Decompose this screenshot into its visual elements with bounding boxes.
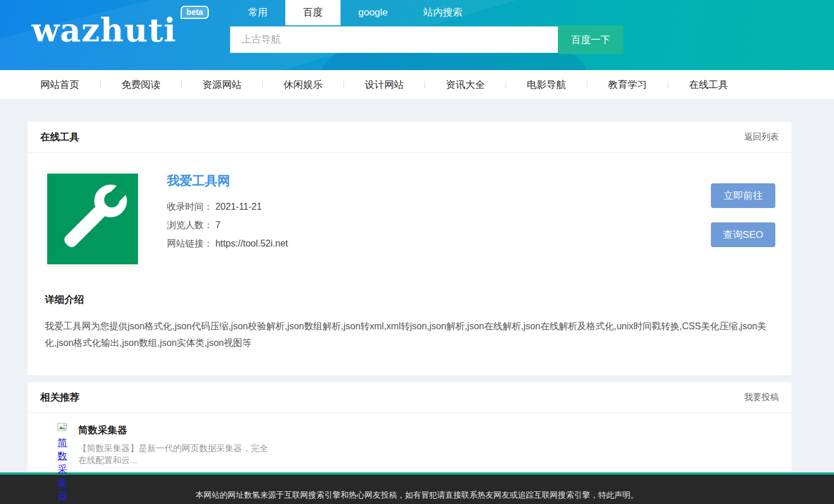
tab-changyong[interactable]: 常用 [230, 0, 285, 25]
submit-site-link[interactable]: 我要投稿 [744, 392, 779, 403]
nav-separator [262, 81, 263, 89]
nav-item-design-sites[interactable]: 设计网站 [365, 78, 404, 91]
check-seo-button[interactable]: 查询SEO [711, 222, 775, 247]
wrench-icon [47, 174, 138, 264]
search-bar: 百度一下 [230, 25, 623, 54]
view-count-label: 浏览人数： [167, 220, 213, 230]
section-title: 在线工具 [40, 130, 79, 144]
site-name-link[interactable]: 我爱工具网 [167, 172, 230, 190]
nav-item-education[interactable]: 教育学习 [608, 78, 647, 91]
nav-separator [100, 81, 101, 89]
detail-body: 我爱工具网 收录时间： 2021-11-21 浏览人数： 7 网站链接： htt… [28, 153, 791, 267]
site-url-row: 网站链接： https://tool.52i.net [167, 234, 711, 253]
nav-separator [343, 81, 344, 89]
related-section-title: 相关推荐 [40, 391, 79, 404]
nav-item-leisure[interactable]: 休闲娱乐 [284, 78, 323, 91]
page-main: 在线工具 返回列表 我爱工具网 收录时间： [0, 122, 834, 495]
intro-text: 我爱工具网为您提供json格式化,json代码压缩,json校验解析,json数… [45, 318, 774, 351]
included-date-row: 收录时间： 2021-11-21 [167, 198, 711, 216]
nav-item-movie-nav[interactable]: 电影导航 [527, 78, 566, 91]
baidu-search-button[interactable]: 百度一下 [558, 25, 623, 54]
brand-logo-text: wazhuti [32, 13, 177, 48]
view-count-value: 7 [215, 220, 220, 230]
back-to-list-link[interactable]: 返回列表 [744, 132, 779, 143]
nav-item-online-tools[interactable]: 在线工具 [689, 78, 728, 91]
related-card: 相关推荐 我要投稿 简数采集器 简数采集器 【简数采集器】是新一代的网页数据采集… [28, 382, 791, 474]
search-area: 常用 百度 google 站内搜索 百度一下 [230, 0, 623, 54]
footer-disclaimer-text: 本网站的网址数氢来源于互联网搜索引擎和热心网友投稿，如有冒犯请直接联系热友网友或… [196, 490, 638, 501]
beta-badge: beta [181, 6, 209, 19]
tool-thumbnail [45, 171, 140, 267]
related-thumbnail-broken: 简数采集器 [58, 422, 71, 502]
main-nav: 网站首页 免费阅读 资源网站 休闲娱乐 设计网站 资讯大全 电影导航 教育学习 … [0, 70, 834, 99]
site-url-label: 网站链接： [167, 238, 213, 248]
tab-google[interactable]: google [341, 0, 405, 25]
included-date-label: 收录时间： [167, 202, 213, 211]
included-date-value: 2021-11-21 [215, 202, 262, 211]
nav-separator [587, 81, 587, 89]
nav-item-news[interactable]: 资讯大全 [446, 78, 485, 91]
site-url-value: https://tool.52i.net [215, 238, 288, 248]
nav-separator [506, 81, 506, 89]
related-card-header: 相关推荐 我要投稿 [28, 382, 791, 413]
related-image-alt-text[interactable]: 简数采集器 [58, 436, 68, 502]
intro-title: 详细介绍 [45, 293, 774, 306]
view-count-row: 浏览人数： 7 [167, 216, 711, 234]
nav-item-resource-sites[interactable]: 资源网站 [202, 78, 242, 91]
action-buttons: 立即前往 查询SEO [711, 183, 775, 267]
broken-image-icon [58, 422, 68, 433]
nav-separator [424, 81, 425, 89]
site-header: wazhuti beta 常用 百度 google 站内搜索 百度一下 [0, 0, 834, 70]
related-item-title[interactable]: 简数采集器 [78, 424, 127, 437]
tab-site-search[interactable]: 站内搜索 [405, 0, 480, 25]
search-input[interactable] [230, 26, 558, 53]
related-item-description: 【简数采集器】是新一代的网页数据采集器，完全在线配置和云... [78, 442, 270, 466]
nav-item-home[interactable]: 网站首页 [40, 78, 79, 91]
detail-card-header: 在线工具 返回列表 [28, 122, 791, 153]
site-footer: 本网站的网址数氢来源于互联网搜索引擎和热心网友投稿，如有冒犯请直接联系热友网友或… [0, 472, 834, 504]
search-engine-tabs: 常用 百度 google 站内搜索 [230, 0, 623, 25]
visit-now-button[interactable]: 立即前往 [711, 183, 775, 208]
intro-block: 详细介绍 我爱工具网为您提供json格式化,json代码压缩,json校验解析,… [28, 293, 791, 375]
nav-separator [668, 81, 668, 89]
brand-logo[interactable]: wazhuti beta [32, 13, 177, 48]
tool-detail-card: 在线工具 返回列表 我爱工具网 收录时间： [28, 122, 791, 375]
site-info: 我爱工具网 收录时间： 2021-11-21 浏览人数： 7 网站链接： htt… [167, 171, 711, 267]
nav-item-free-reading[interactable]: 免费阅读 [121, 78, 160, 91]
nav-separator [181, 81, 182, 89]
tab-baidu[interactable]: 百度 [285, 0, 341, 25]
